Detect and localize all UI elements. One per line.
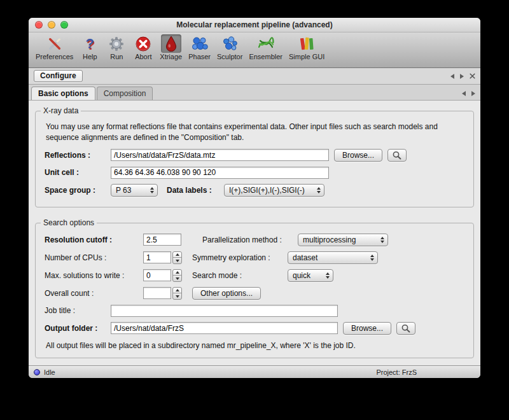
resolution-cutoff-label: Resolution cutoff :	[45, 235, 143, 244]
space-group-value: P 63	[116, 186, 131, 195]
magnifier-icon	[392, 151, 402, 160]
xray-description-line2: sequence alignments are defined in the "…	[46, 133, 244, 142]
simple-gui-icon	[296, 34, 317, 53]
max-solutions-stepper[interactable]	[172, 269, 182, 282]
number-of-cpus-input[interactable]	[143, 251, 171, 263]
tab-close-icon[interactable]	[470, 73, 475, 79]
overall-count-label: Overall count :	[45, 289, 143, 298]
reflections-view-button[interactable]	[387, 149, 407, 162]
toolbar-item-sculptor[interactable]: Sculptor	[215, 34, 244, 60]
zoom-window-button[interactable]	[60, 21, 68, 29]
cpus-stepper[interactable]	[172, 251, 182, 264]
toolbar-item-label: Help	[83, 53, 97, 60]
title-bar[interactable]: Molecular replacement pipeline (advanced…	[29, 18, 480, 32]
run-gear-icon	[106, 34, 127, 53]
search-options-group: Search options Resolution cutoff : Paral…	[35, 223, 474, 358]
toolbar-item-preferences[interactable]: Preferences	[34, 34, 75, 60]
toolbar-item-xtriage[interactable]: Xtriage	[158, 34, 184, 60]
search-mode-dropdown[interactable]: quick	[288, 269, 333, 282]
search-mode-label: Search mode :	[192, 271, 288, 280]
output-folder-view-button[interactable]	[396, 322, 415, 335]
tab-basic-options[interactable]: Basic options	[31, 87, 95, 100]
toolbar-item-label: Phaser	[188, 53, 211, 60]
toolbar-item-label: Simple GUI	[289, 53, 324, 60]
toolbar: Preferences ? Help	[29, 32, 480, 68]
max-solutions-input[interactable]	[143, 269, 171, 281]
job-title-input[interactable]	[111, 305, 338, 317]
app-window: Molecular replacement pipeline (advanced…	[29, 18, 480, 378]
dropdown-arrows-icon	[150, 187, 154, 193]
xray-description: You may use any format reflections file …	[46, 122, 463, 144]
window-title: Molecular replacement pipeline (advanced…	[176, 20, 332, 29]
resolution-row: Resolution cutoff : Parallelization meth…	[45, 234, 464, 246]
space-group-label: Space group :	[45, 186, 111, 195]
minimize-window-button[interactable]	[48, 21, 55, 29]
tab-configure[interactable]: Configure	[34, 70, 83, 82]
sculptor-icon	[220, 34, 240, 53]
project-label: Project: FrzS	[376, 368, 417, 376]
output-folder-input[interactable]	[111, 322, 338, 334]
data-labels-label: Data labels :	[167, 186, 221, 195]
number-of-cpus-label: Number of CPUs :	[45, 253, 143, 262]
output-folder-browse-button[interactable]: Browse...	[343, 322, 391, 335]
toolbar-item-help[interactable]: ? Help	[78, 34, 102, 60]
toolbar-item-ensembler[interactable]: Ensembler	[247, 34, 284, 60]
symmetry-exploration-dropdown[interactable]: dataset	[288, 251, 378, 264]
overall-count-input[interactable]	[143, 287, 171, 299]
data-labels-dropdown[interactable]: I(+),SIGI(+),I(-),SIGI(-)	[224, 184, 324, 197]
toolbar-item-simple-gui[interactable]: Simple GUI	[287, 34, 326, 60]
tab-scroll-left-icon[interactable]	[450, 74, 454, 79]
traffic-lights	[35, 21, 68, 29]
options-tab-bar: Basic options Composition	[29, 85, 480, 101]
search-options-group-title: Search options	[41, 218, 97, 227]
output-folder-label: Output folder :	[45, 324, 111, 333]
space-group-row: Space group : P 63 Data labels : I(+),SI…	[45, 184, 464, 197]
unit-cell-row: Unit cell :	[45, 167, 464, 179]
status-bar: Idle Project: FrzS	[29, 365, 480, 378]
max-solutions-row: Max. solutions to write : Search mode : …	[45, 269, 464, 282]
status-indicator-icon	[34, 369, 40, 375]
toolbar-item-label: Run	[110, 53, 123, 60]
ensembler-icon	[256, 34, 276, 53]
space-group-dropdown[interactable]: P 63	[111, 184, 158, 197]
tab-scroll-right-icon[interactable]	[460, 74, 464, 79]
options-scroll-left-icon[interactable]	[462, 91, 466, 96]
options-scroll-right-icon[interactable]	[471, 91, 475, 96]
toolbar-item-abort[interactable]: Abort	[131, 34, 155, 60]
toolbar-item-run[interactable]: Run	[104, 34, 129, 60]
other-options-button[interactable]: Other options...	[192, 287, 261, 300]
reflections-browse-button[interactable]: Browse...	[334, 149, 382, 162]
toolbar-item-label: Preferences	[36, 53, 73, 60]
xray-data-group-title: X-ray data	[41, 106, 81, 115]
dropdown-arrows-icon	[317, 187, 321, 193]
data-labels-value: I(+),SIGI(+),I(-),SIGI(-)	[229, 186, 305, 195]
phaser-icon	[190, 34, 210, 53]
resolution-cutoff-input[interactable]	[143, 234, 181, 246]
parallelization-label: Parallelization method :	[202, 235, 298, 244]
document-tab-bar: Configure	[29, 68, 480, 85]
toolbar-item-label: Ensembler	[249, 53, 282, 60]
status-text: Idle	[44, 368, 55, 376]
toolbar-item-label: Abort	[135, 53, 151, 60]
preferences-icon	[45, 34, 65, 53]
symmetry-exploration-label: Symmetry exploration :	[192, 253, 288, 262]
overall-count-stepper[interactable]	[172, 287, 182, 300]
output-note: All output files will be placed in a sub…	[46, 341, 463, 350]
unit-cell-input[interactable]	[111, 167, 329, 179]
dropdown-arrows-icon	[326, 272, 330, 279]
output-folder-row: Output folder : Browse...	[45, 322, 464, 335]
max-solutions-label: Max. solutions to write :	[45, 271, 143, 280]
document-tab-nav	[450, 73, 475, 79]
close-window-button[interactable]	[35, 21, 43, 29]
symmetry-exploration-value: dataset	[293, 253, 317, 262]
reflections-input[interactable]	[111, 149, 329, 161]
toolbar-item-phaser[interactable]: Phaser	[186, 34, 213, 60]
tab-composition[interactable]: Composition	[97, 87, 153, 100]
xray-data-group: X-ray data You may use any format reflec…	[35, 111, 474, 207]
parallelization-value: multiprocessing	[303, 235, 356, 244]
help-icon: ?	[80, 34, 100, 53]
parallelization-dropdown[interactable]: multiprocessing	[298, 234, 388, 246]
toolbar-item-label: Xtriage	[160, 53, 182, 60]
magnifier-icon	[401, 324, 411, 333]
abort-icon	[133, 34, 153, 53]
